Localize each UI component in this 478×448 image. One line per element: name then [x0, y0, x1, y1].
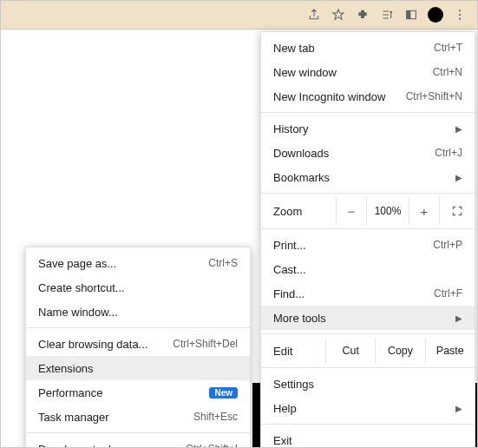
menu-accel: Ctrl+N [433, 66, 462, 78]
menu-separator [261, 424, 475, 425]
menu-item-extensions[interactable]: Extensions [26, 356, 250, 380]
submenu-arrow-icon [452, 404, 462, 413]
zoom-label: Zoom [273, 205, 336, 218]
menu-label: Exit [273, 434, 462, 447]
menu-label: Name window... [38, 306, 238, 319]
paste-button[interactable]: Paste [425, 338, 475, 364]
star-icon[interactable] [328, 4, 349, 25]
submenu-arrow-icon [452, 173, 462, 182]
menu-accel: Ctrl+P [433, 239, 462, 251]
new-badge: New [209, 387, 238, 399]
copy-button[interactable]: Copy [375, 338, 424, 364]
svg-point-3 [459, 14, 461, 16]
share-icon[interactable] [304, 4, 324, 25]
menu-separator [26, 432, 250, 433]
menu-separator [261, 112, 475, 113]
menu-accel: Ctrl+Shift+I [186, 443, 238, 448]
browser-toolbar [1, 1, 477, 29]
profile-avatar[interactable] [425, 4, 446, 25]
submenu-arrow-icon [452, 124, 462, 134]
svg-point-4 [459, 18, 461, 20]
menu-item-find[interactable]: Find...Ctrl+F [261, 281, 475, 306]
menu-accel: Shift+Esc [193, 411, 238, 423]
menu-item-clear-browsing-data[interactable]: Clear browsing data...Ctrl+Shift+Del [26, 332, 250, 356]
menu-label: Bookmarks [273, 171, 445, 184]
menu-item-settings[interactable]: Settings [261, 372, 475, 396]
menu-separator [261, 228, 475, 229]
menu-separator [261, 367, 475, 368]
menu-label: History [273, 122, 445, 135]
menu-label: Help [273, 402, 445, 415]
menu-separator [261, 333, 475, 334]
side-panel-icon[interactable] [401, 4, 422, 25]
menu-label: Create shortcut... [38, 281, 238, 294]
menu-label: Downloads [273, 147, 435, 160]
menu-item-task-manager[interactable]: Task managerShift+Esc [26, 405, 250, 429]
chrome-main-menu: New tabCtrl+T New windowCtrl+N New Incog… [260, 31, 475, 448]
menu-label: Task manager [38, 411, 193, 424]
menu-item-developer-tools[interactable]: Developer toolsCtrl+Shift+I [26, 437, 250, 448]
menu-item-downloads[interactable]: DownloadsCtrl+J [261, 141, 475, 165]
menu-accel: Ctrl+F [434, 287, 462, 300]
menu-item-more-tools[interactable]: More tools [261, 306, 475, 330]
menu-separator [261, 193, 475, 194]
reading-list-icon[interactable] [377, 4, 397, 25]
menu-label: Find... [273, 287, 434, 300]
menu-accel: Ctrl+T [434, 42, 462, 54]
menu-item-zoom: Zoom − 100% + [261, 197, 475, 225]
zoom-in-button[interactable]: + [409, 197, 439, 225]
menu-item-help[interactable]: Help [261, 396, 475, 420]
menu-item-new-window[interactable]: New windowCtrl+N [261, 60, 475, 84]
menu-label: Clear browsing data... [38, 338, 173, 351]
menu-label: New tab [273, 42, 434, 55]
menu-label: Settings [273, 378, 462, 391]
menu-label: Save page as... [38, 257, 208, 270]
menu-item-print[interactable]: Print...Ctrl+P [261, 233, 475, 257]
cut-button[interactable]: Cut [325, 338, 375, 364]
menu-item-exit[interactable]: Exit [261, 428, 475, 448]
menu-item-bookmarks[interactable]: Bookmarks [261, 165, 475, 189]
menu-item-edit: Edit Cut Copy Paste [261, 338, 475, 364]
svg-point-2 [459, 10, 461, 11]
menu-label: New window [273, 66, 433, 79]
menu-item-name-window[interactable]: Name window... [26, 300, 250, 324]
menu-separator [26, 327, 250, 328]
zoom-out-button[interactable]: − [336, 197, 366, 225]
submenu-arrow-icon [452, 313, 462, 323]
menu-item-new-incognito[interactable]: New Incognito windowCtrl+Shift+N [261, 84, 475, 109]
menu-accel: Ctrl+Shift+N [406, 90, 462, 102]
menu-label: More tools [273, 312, 445, 325]
menu-label: New Incognito window [273, 90, 406, 103]
menu-item-new-tab[interactable]: New tabCtrl+T [261, 36, 475, 60]
menu-accel: Ctrl+Shift+Del [173, 338, 238, 350]
more-tools-submenu: Save page as...Ctrl+S Create shortcut...… [25, 247, 251, 448]
menu-label: Developer tools [38, 443, 186, 449]
menu-label: Print... [273, 239, 433, 252]
zoom-value: 100% [366, 197, 409, 225]
menu-item-history[interactable]: History [261, 116, 475, 141]
edit-label: Edit [273, 345, 325, 358]
menu-accel: Ctrl+S [208, 257, 238, 269]
menu-label: Performance [38, 386, 204, 399]
kebab-menu-icon[interactable] [449, 4, 470, 25]
menu-item-create-shortcut[interactable]: Create shortcut... [26, 275, 250, 300]
menu-item-performance[interactable]: PerformanceNew [26, 380, 250, 405]
fullscreen-button[interactable] [439, 197, 475, 225]
menu-item-save-page[interactable]: Save page as...Ctrl+S [26, 251, 250, 275]
puzzle-icon[interactable] [352, 4, 373, 25]
menu-label: Cast... [273, 263, 462, 276]
menu-item-cast[interactable]: Cast... [261, 257, 475, 281]
menu-label: Extensions [38, 362, 238, 375]
svg-rect-1 [407, 10, 411, 18]
menu-accel: Ctrl+J [435, 147, 462, 159]
